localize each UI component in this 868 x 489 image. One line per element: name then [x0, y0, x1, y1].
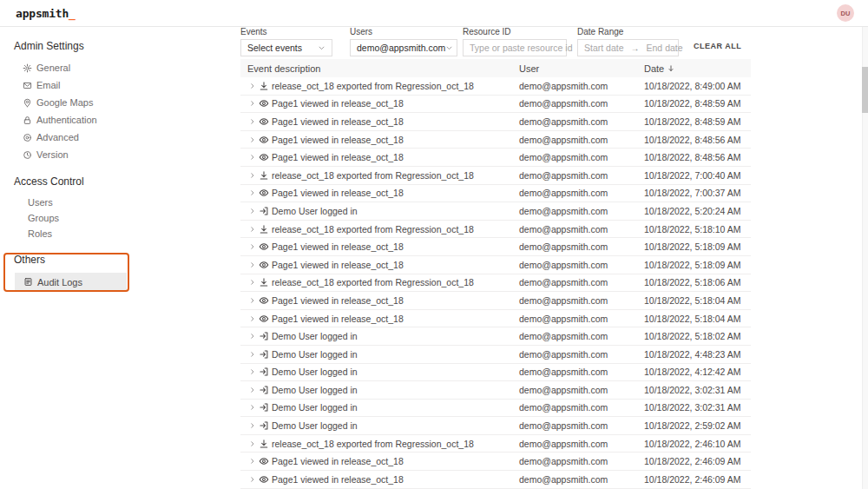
sidebar-item-groups[interactable]: Groups: [14, 210, 128, 226]
table-row[interactable]: release_oct_18 exported from Regression_…: [240, 435, 751, 453]
table-row[interactable]: Page1 viewed in release_oct_18 demo@apps…: [240, 310, 751, 328]
avatar[interactable]: DU: [837, 4, 854, 22]
chevron-right-icon[interactable]: [249, 351, 256, 358]
table-row[interactable]: Page1 viewed in release_oct_18 demo@apps…: [240, 113, 751, 131]
chevron-right-icon[interactable]: [249, 100, 256, 107]
event-description: Page1 viewed in release_oct_18: [272, 152, 404, 162]
users-filter: Users demo@appsmith.com: [350, 27, 457, 56]
eye-icon: [259, 152, 269, 162]
export-icon: [259, 81, 269, 91]
clear-all-button[interactable]: CLEAR ALL: [694, 42, 741, 50]
table-row[interactable]: Page1 viewed in release_oct_18 demo@apps…: [240, 256, 751, 274]
chevron-right-icon[interactable]: [249, 208, 256, 215]
column-header-user[interactable]: User: [519, 63, 644, 74]
chevron-right-icon[interactable]: [249, 315, 256, 322]
date-range-input[interactable]: Start date → End date: [577, 39, 679, 56]
table-row[interactable]: release_oct_18 exported from Regression_…: [240, 221, 751, 239]
chevron-right-icon[interactable]: [249, 261, 256, 268]
sidebar-item-users[interactable]: Users: [14, 195, 128, 210]
chevron-right-icon[interactable]: [249, 136, 256, 143]
table-row[interactable]: Demo User logged in demo@appsmith.com 10…: [240, 202, 751, 221]
event-description: Page1 viewed in release_oct_18: [272, 260, 404, 270]
table-row[interactable]: Demo User logged in demo@appsmith.com 10…: [240, 327, 751, 346]
chevron-right-icon[interactable]: [249, 172, 256, 179]
advanced-icon: [23, 133, 32, 142]
table-row[interactable]: Page1 viewed in release_oct_18 demo@apps…: [240, 96, 751, 114]
sidebar-item-roles[interactable]: Roles: [14, 226, 128, 241]
event-date: 10/18/2022, 2:59:02 AM: [644, 420, 751, 431]
users-select[interactable]: demo@appsmith.com: [350, 39, 457, 56]
vertical-scrollbar-thumb[interactable]: [862, 67, 868, 113]
sidebar-item-version[interactable]: Version: [14, 146, 128, 163]
event-description-cell: release_oct_18 exported from Regression_…: [240, 439, 519, 449]
sidebar-item-label: Audit Logs: [37, 277, 82, 287]
table-row[interactable]: Demo User logged in demo@appsmith.com 10…: [240, 381, 751, 400]
sidebar-item-authentication[interactable]: Authentication: [14, 111, 128, 129]
table-row[interactable]: Demo User logged in demo@appsmith.com 10…: [240, 346, 751, 364]
event-description-cell: release_oct_18 exported from Regression_…: [240, 170, 519, 181]
resource-id-input[interactable]: Type or paste resource id: [463, 39, 567, 56]
table-row[interactable]: release_oct_18 exported from Regression_…: [240, 167, 751, 185]
chevron-right-icon[interactable]: [249, 404, 256, 411]
event-description-cell: Page1 viewed in release_oct_18: [240, 152, 519, 162]
export-icon: [259, 277, 269, 287]
chevron-right-icon[interactable]: [249, 368, 256, 375]
sidebar-section-title: Admin Settings: [14, 40, 234, 52]
clock-icon: [23, 150, 32, 160]
eye-icon: [259, 260, 269, 270]
chevron-right-icon[interactable]: [249, 387, 256, 393]
event-description-cell: Page1 viewed in release_oct_18: [240, 260, 519, 270]
sidebar-item-general[interactable]: General: [14, 59, 128, 76]
event-user: demo@appsmith.com: [519, 116, 644, 127]
chevron-right-icon[interactable]: [249, 83, 256, 89]
chevron-right-icon[interactable]: [249, 118, 256, 125]
login-icon: [259, 331, 269, 341]
chevron-right-icon[interactable]: [249, 476, 256, 483]
chevron-right-icon[interactable]: [249, 189, 256, 196]
event-description-cell: release_oct_18 exported from Regression_…: [240, 81, 519, 91]
sidebar-item-email[interactable]: Email: [14, 76, 128, 94]
login-icon: [259, 385, 269, 395]
event-description-cell: Page1 viewed in release_oct_18: [240, 295, 519, 306]
chevron-right-icon[interactable]: [249, 422, 256, 429]
chevron-right-icon[interactable]: [249, 333, 256, 340]
sidebar-item-audit-logs[interactable]: Audit Logs: [15, 273, 127, 291]
event-description-cell: Page1 viewed in release_oct_18: [240, 116, 519, 127]
table-row[interactable]: release_oct_18 exported from Regression_…: [240, 274, 751, 293]
table-row[interactable]: release_oct_18 exported from Regression_…: [240, 77, 751, 96]
chevron-right-icon[interactable]: [249, 279, 256, 286]
events-select-value: Select events: [247, 43, 302, 53]
event-date: 10/18/2022, 5:18:04 AM: [644, 314, 751, 324]
resource-id-placeholder: Type or paste resource id: [470, 43, 572, 53]
sidebar-item-advanced[interactable]: Advanced: [14, 129, 128, 146]
event-date: 10/18/2022, 8:49:00 AM: [644, 81, 751, 91]
table-row[interactable]: Page1 viewed in release_oct_18 demo@apps…: [240, 453, 751, 471]
sidebar-section: Admin SettingsGeneralEmailGoogle MapsAut…: [0, 40, 234, 163]
table-row[interactable]: Demo User logged in demo@appsmith.com 10…: [240, 417, 751, 435]
event-user: demo@appsmith.com: [519, 170, 644, 181]
table-row[interactable]: Page1 viewed in release_oct_18 demo@apps…: [240, 238, 751, 256]
chevron-right-icon[interactable]: [249, 154, 256, 161]
events-select[interactable]: Select events: [240, 39, 332, 56]
table-row[interactable]: Page1 viewed in release_oct_18 demo@apps…: [240, 149, 751, 167]
sidebar-item-label: Groups: [28, 213, 59, 223]
table-row[interactable]: Page1 viewed in release_oct_18 demo@apps…: [240, 185, 751, 203]
table-row[interactable]: Demo User logged in demo@appsmith.com 10…: [240, 364, 751, 382]
column-header-date[interactable]: Date: [644, 63, 751, 74]
table-row[interactable]: Page1 viewed in release_oct_18 demo@apps…: [240, 292, 751, 310]
chevron-right-icon[interactable]: [249, 440, 256, 447]
table-row[interactable]: Page1 viewed in release_oct_18 demo@apps…: [240, 131, 751, 149]
sort-desc-icon[interactable]: [667, 64, 675, 73]
sidebar-item-label: Authentication: [36, 115, 97, 125]
chevron-right-icon[interactable]: [249, 243, 256, 250]
table-row[interactable]: Demo User logged in demo@appsmith.com 10…: [240, 400, 751, 418]
table-row[interactable]: Page1 viewed in release_oct_18 demo@apps…: [240, 471, 751, 489]
sidebar-item-google-maps[interactable]: Google Maps: [14, 94, 128, 111]
event-date: 10/18/2022, 5:18:09 AM: [644, 260, 751, 270]
chevron-right-icon[interactable]: [249, 458, 256, 465]
chevron-right-icon[interactable]: [249, 297, 256, 304]
column-header-event-description[interactable]: Event description: [240, 63, 519, 74]
chevron-right-icon[interactable]: [249, 226, 256, 233]
event-description: Page1 viewed in release_oct_18: [272, 135, 404, 145]
event-date: 10/18/2022, 5:18:10 AM: [644, 224, 751, 235]
